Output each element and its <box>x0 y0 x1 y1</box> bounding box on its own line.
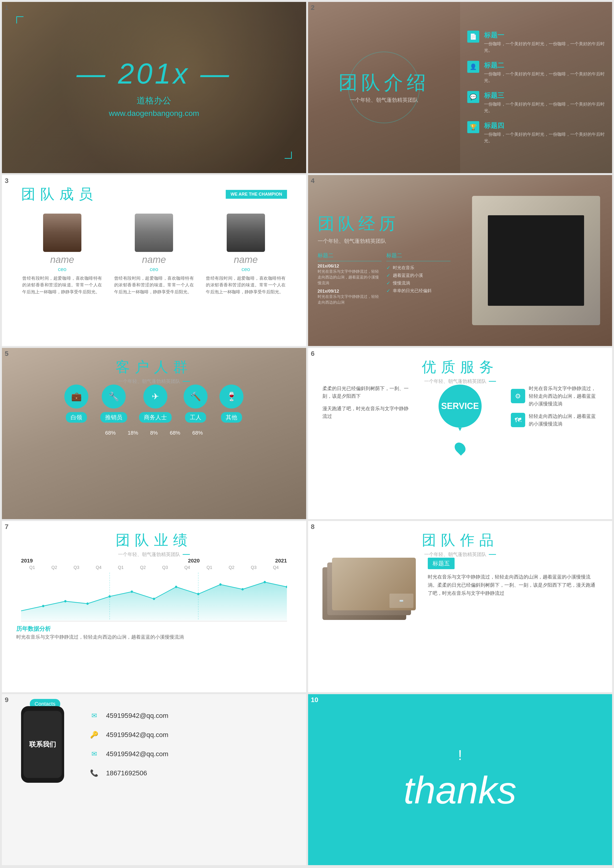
slide2-desc-1: 一份咖啡，一个美好的午后时光，一份咖啡，一个美好的午后时光。 <box>484 41 605 54</box>
circle-2: 🔧 推销员 <box>100 385 127 422</box>
pct-4: 68% <box>170 430 180 436</box>
slide-1: 1 201x 道格办公 www.daogenbangong.com <box>2 2 306 173</box>
slide5-sub: 一个年轻、朝气蓬勃精英团队 <box>118 378 190 385</box>
slide-5: 5 客户人群 一个年轻、朝气蓬勃精英团队 💼 白领 🔧 推销员 ✈ 商务人士 <box>2 348 306 519</box>
q9: Q1 <box>198 565 220 570</box>
year-2021: 2021 <box>275 557 287 564</box>
phone-body: 联系我们 <box>21 706 64 783</box>
pct-1: 68% <box>105 430 116 436</box>
member-role-2: ceo <box>150 266 158 272</box>
slide2-title-3: 标题三 <box>484 91 605 100</box>
slide8-sub: 一个年轻、朝气蓬勃精英团队 <box>323 551 598 557</box>
member-card-1: name ceo 曾经有段时间，超爱咖啡，喜欢咖啡特有的浓郁香香和苦涩的味道。常… <box>22 214 102 295</box>
contact-icon-2: 🔑 <box>88 729 100 741</box>
slide8-title: 团队作品 <box>323 531 598 550</box>
contact-item-3: ✉ 459195942@qq.com <box>88 748 287 760</box>
chart-container: 2019 2020 2021 Q1 Q2 Q3 Q4 Q1 Q2 Q3 Q4 Q… <box>16 557 292 621</box>
slide10-exclaim: ! <box>458 747 462 763</box>
slide2-icon-2: 👤 <box>467 61 479 73</box>
contact-icon-3: ✉ <box>88 748 100 760</box>
chart-desc: 时光在音乐与文字中静静流过，轻轻走向西边的山涧，趟着蓝蓝的小溪慢慢流淌 <box>16 634 292 640</box>
slide1-year: 201x <box>77 57 231 90</box>
service-text-3: 时光在音乐与文字中静静流过，轻轻走向西边的山涧，趟着蓝蓝的小溪慢慢流淌 <box>529 385 598 408</box>
check-3: ✓慢慢流淌 <box>386 280 451 286</box>
slide-number-6: 6 <box>311 350 315 357</box>
service-text-2: 漫天跑通了吧，时光在音乐与文字中静静流过 <box>323 405 409 420</box>
slide5-pcts: 68% 18% 8% 68% 68% <box>16 430 292 436</box>
circle-icon-4: 🔨 <box>184 385 208 408</box>
svg-point-1 <box>64 600 66 602</box>
q3: Q3 <box>65 565 88 570</box>
q1: Q1 <box>21 565 43 570</box>
circle-label-2: 推销员 <box>100 412 127 422</box>
circle-4: 🔨 工人 <box>184 385 208 422</box>
member-photo-2 <box>135 214 173 252</box>
service-icon-1: ⚙ <box>511 389 525 403</box>
svg-point-9 <box>242 588 244 590</box>
q2: Q2 <box>43 565 65 570</box>
svg-point-0 <box>42 605 44 607</box>
service-icon-item-1: ⚙ 时光在音乐与文字中静静流过，轻轻走向西边的山涧，趟着蓝蓝的小溪慢慢流淌 <box>511 385 598 408</box>
slide8-content: ⌨️ 标题五 时光在音乐与文字中静静流过，轻轻走向西边的山涧，趟着蓝蓝的小溪慢慢… <box>323 557 598 683</box>
champion-badge: WE ARE THE CHAMPION <box>226 190 287 199</box>
slide-number-8: 8 <box>311 523 315 531</box>
contact-icon-4: 📞 <box>88 767 100 779</box>
member-card-3: name ceo 曾经有段时间，超爱咖啡，喜欢咖啡特有的浓郁香香和苦涩的味道。常… <box>206 214 285 295</box>
slide4-sub: 一个年轻、朝气蓬勃精英团队 <box>318 238 451 245</box>
pct-3: 8% <box>150 430 158 436</box>
timeline-text-2: 时光在音乐与文字中静静流过，轻轻走向西边的山涧 <box>318 294 382 305</box>
member-name-1: name <box>50 254 74 265</box>
circle-1: 💼 白领 <box>64 385 88 422</box>
slide2-title-4: 标题四 <box>484 121 605 130</box>
service-badge: SERVICE <box>439 385 482 428</box>
q7: Q3 <box>154 565 176 570</box>
slide2-desc-2: 一份咖啡，一个美好的午后时光，一份咖啡，一个美好的午后时光。 <box>484 71 605 84</box>
slide6-left: 柔柔的日光已经偏斜到树荫下，一刹、一刻，该是夕阳西下 漫天跑通了吧，时光在音乐与… <box>323 385 409 509</box>
slide2-item-3: 💬 标题三 一份咖啡，一个美好的午后时光，一份咖啡，一个美好的午后时光。 <box>467 91 605 114</box>
q5: Q1 <box>110 565 132 570</box>
svg-point-4 <box>131 590 133 593</box>
contact-item-1: ✉ 459195942@qq.com <box>88 710 287 722</box>
contact-list: ✉ 459195942@qq.com 🔑 459195942@qq.com ✉ … <box>88 710 287 779</box>
circle-label-5: 其他 <box>221 412 242 422</box>
check-2: ✓趟着蓝蓝的小溪 <box>386 272 451 278</box>
contact-value-4: 18671692506 <box>106 769 147 777</box>
svg-point-10 <box>264 581 266 583</box>
contact-item-4: 📞 18671692506 <box>88 767 287 779</box>
service-text-4: 轻轻走向西边的山涧，趟着蓝蓝的小溪慢慢流淌 <box>529 412 598 428</box>
slide7-sub: 一个年轻、朝气蓬勃精英团队 <box>16 551 292 557</box>
slide2-title-1: 标题一 <box>484 31 605 40</box>
slide2-icon-4: 🏆 <box>467 121 479 133</box>
slide8-desc: 时光在音乐与文字中静静流过，轻轻走向西边的山涧，趟着蓝蓝的小溪慢慢流淌。柔柔的日… <box>428 573 598 597</box>
slide-number-2: 2 <box>311 4 315 11</box>
circle-label-3: 商务人士 <box>139 412 172 422</box>
chart-years: 2019 2020 2021 <box>21 557 287 564</box>
q11: Q3 <box>242 565 265 570</box>
svg-point-6 <box>175 586 177 588</box>
member-role-1: ceo <box>58 266 66 272</box>
pct-2: 18% <box>127 430 138 436</box>
slide6-content: 柔柔的日光已经偏斜到树荫下，一刹、一刻，该是夕阳西下 漫天跑通了吧，时光在音乐与… <box>323 385 598 509</box>
q10: Q2 <box>220 565 243 570</box>
svg-point-8 <box>219 583 222 586</box>
timeline-label-1: 标题二 <box>318 252 382 261</box>
q12: Q4 <box>265 565 287 570</box>
slide2-item-4: 🏆 标题四 一份咖啡，一个美好的午后时光，一份咖啡，一个美好的午后时光。 <box>467 121 605 144</box>
year-2020: 2020 <box>188 557 200 564</box>
slide-number-1: 1 <box>5 4 9 11</box>
contact-item-2: 🔑 459195942@qq.com <box>88 729 287 741</box>
circle-icon-3: ✈ <box>143 385 167 408</box>
portfolio-images: ⌨️ <box>323 557 418 620</box>
slide-4: 4 团队经历 一个年轻、朝气蓬勃精英团队 标题二 201x/06/12 时光在音… <box>308 175 612 346</box>
slide-7: 7 团队业绩 一个年轻、朝气蓬勃精英团队 2019 2020 2021 Q1 Q… <box>2 521 306 692</box>
q6: Q2 <box>132 565 154 570</box>
check-1: ✓时光在音乐 <box>386 265 451 270</box>
member-name-2: name <box>142 254 166 265</box>
phone-screen: 联系我们 <box>23 711 62 778</box>
member-role-3: ceo <box>242 266 250 272</box>
slide3-members: name ceo 曾经有段时间，超爱咖啡，喜欢咖啡特有的浓郁香香和苦涩的味道。常… <box>21 214 287 295</box>
timeline-date-2: 201x/09/12 <box>318 289 382 294</box>
slide6-title: 优质服务 <box>422 357 498 377</box>
q8: Q4 <box>176 565 198 570</box>
member-desc-2: 曾经有段时间，超爱咖啡，喜欢咖啡特有的浓郁香香和苦涩的味道。常常一个人在午后泡上… <box>114 275 194 295</box>
